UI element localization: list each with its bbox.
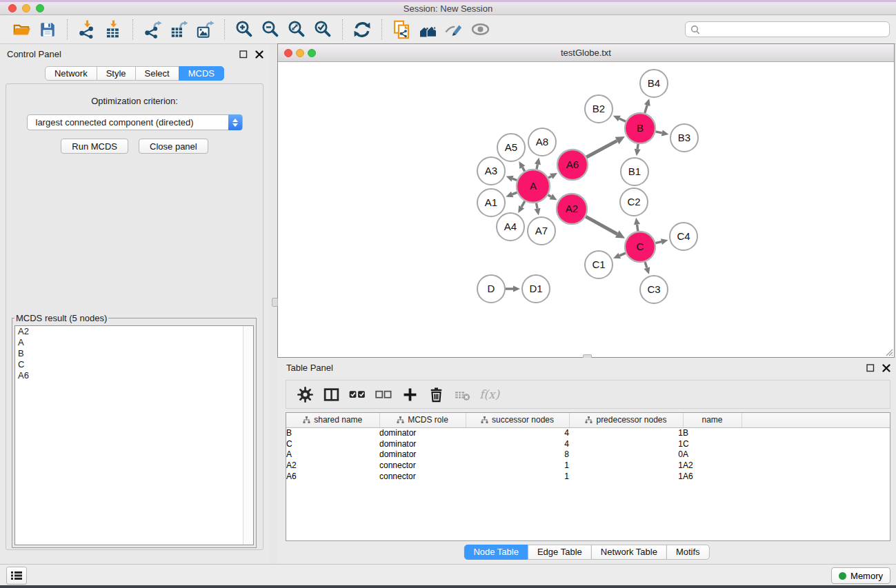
table-cell[interactable]: dominator bbox=[379, 438, 466, 449]
table-cell[interactable]: connector bbox=[379, 460, 466, 471]
tab-motifs[interactable]: Motifs bbox=[666, 545, 710, 560]
table-cell[interactable]: C bbox=[286, 438, 379, 449]
table-cell[interactable]: 1 bbox=[466, 471, 569, 482]
column-header-shared-name[interactable]: shared name bbox=[286, 413, 379, 427]
table-cell[interactable]: dominator bbox=[379, 449, 466, 460]
zoom-in-icon[interactable] bbox=[232, 17, 256, 42]
table-cell[interactable]: connector bbox=[379, 471, 466, 482]
graph-node-D[interactable]: D bbox=[477, 275, 505, 303]
select-all-checkboxes-icon[interactable] bbox=[345, 382, 370, 407]
network-window-titlebar[interactable]: testGlobe.txt bbox=[278, 44, 894, 62]
graph-node-B2[interactable]: B2 bbox=[585, 95, 613, 123]
table-row[interactable]: A6connector11A6 bbox=[286, 471, 890, 482]
close-panel-button[interactable]: Close panel bbox=[139, 139, 208, 154]
mcds-result-item[interactable]: B bbox=[15, 348, 253, 359]
resize-grip-icon[interactable] bbox=[884, 347, 893, 356]
mcds-result-item[interactable]: C bbox=[15, 359, 253, 370]
graph-node-A8[interactable]: A8 bbox=[528, 128, 556, 156]
graph-edge-A-A1[interactable] bbox=[512, 192, 517, 194]
network-canvas[interactable]: B4B2BB3B1A5A8A6A3AA1C2A2A4A7C4CC1C3DD1 bbox=[278, 62, 894, 357]
table-cell[interactable]: A2 bbox=[683, 460, 741, 471]
column-split-icon[interactable] bbox=[319, 382, 344, 407]
table-cell[interactable]: 4 bbox=[466, 438, 569, 449]
table-row[interactable]: A2connector11A2 bbox=[286, 460, 890, 471]
table-cell[interactable]: A2 bbox=[286, 460, 379, 471]
table-row[interactable]: Adominator80A bbox=[286, 449, 890, 460]
graph-node-A7[interactable]: A7 bbox=[528, 217, 555, 245]
graph-node-C[interactable]: C bbox=[625, 232, 655, 262]
run-mcds-button[interactable]: Run MCDS bbox=[61, 139, 128, 154]
open-session-icon[interactable] bbox=[10, 17, 33, 42]
tab-style[interactable]: Style bbox=[97, 66, 136, 81]
export-image-icon[interactable] bbox=[193, 17, 217, 42]
graph-edge-A-A3[interactable] bbox=[512, 179, 517, 180]
graphics-details-icon[interactable] bbox=[442, 17, 466, 42]
graph-node-C2[interactable]: C2 bbox=[620, 188, 648, 216]
clone-network-icon[interactable] bbox=[390, 17, 413, 42]
graph-edge-C-C3[interactable] bbox=[645, 262, 647, 268]
graph-node-C3[interactable]: C3 bbox=[640, 276, 668, 303]
hide-details-icon[interactable] bbox=[468, 17, 492, 42]
table-cell[interactable]: A6 bbox=[683, 471, 741, 482]
save-session-icon[interactable] bbox=[36, 17, 59, 42]
export-table-icon[interactable] bbox=[167, 17, 190, 42]
graph-node-A4[interactable]: A4 bbox=[497, 213, 524, 241]
graph-node-A5[interactable]: A5 bbox=[497, 134, 525, 161]
delete-columns-icon[interactable] bbox=[424, 382, 448, 407]
search-input[interactable] bbox=[704, 23, 883, 36]
mcds-result-item[interactable]: A bbox=[15, 337, 253, 348]
graph-edge-C-C1[interactable] bbox=[619, 253, 626, 256]
graph-edge-A-A2[interactable] bbox=[548, 195, 551, 197]
table-cell[interactable]: 4 bbox=[466, 427, 569, 438]
tab-edge-table[interactable]: Edge Table bbox=[528, 545, 592, 560]
tab-node-table[interactable]: Node Table bbox=[464, 545, 528, 560]
table-row[interactable]: Bdominator41B bbox=[286, 427, 890, 438]
tab-network-table[interactable]: Network Table bbox=[591, 545, 667, 560]
graph-edge-A-A6[interactable] bbox=[548, 176, 551, 178]
graph-node-A3[interactable]: A3 bbox=[477, 157, 505, 185]
column-header-name[interactable]: name bbox=[683, 413, 741, 427]
table-cell[interactable]: 1 bbox=[569, 438, 683, 449]
scrollbar-track[interactable] bbox=[243, 326, 253, 545]
graph-node-A1[interactable]: A1 bbox=[477, 189, 505, 216]
table-options-icon[interactable] bbox=[292, 382, 317, 407]
graph-edge-C-C4[interactable] bbox=[655, 242, 661, 243]
import-table-icon[interactable] bbox=[101, 17, 125, 42]
function-builder-icon[interactable]: f(x) bbox=[479, 387, 499, 401]
column-header-successor-nodes[interactable]: successor nodes bbox=[466, 413, 569, 427]
zoom-out-icon[interactable] bbox=[259, 17, 282, 42]
float-panel-icon[interactable] bbox=[866, 363, 875, 372]
graph-edge-A2-C[interactable] bbox=[586, 216, 617, 234]
tab-mcds[interactable]: MCDS bbox=[179, 66, 224, 81]
import-network-icon[interactable] bbox=[75, 17, 99, 42]
float-panel-icon[interactable] bbox=[239, 50, 248, 59]
column-header-MCDS-role[interactable]: MCDS role bbox=[379, 413, 466, 427]
graph-node-C1[interactable]: C1 bbox=[585, 251, 613, 278]
table-row[interactable]: Cdominator41C bbox=[286, 438, 890, 449]
graph-node-D1[interactable]: D1 bbox=[522, 275, 550, 303]
graph-edge-A-A8[interactable] bbox=[537, 164, 537, 169]
search-field[interactable] bbox=[685, 21, 890, 37]
delete-table-icon[interactable] bbox=[450, 382, 475, 407]
export-network-icon[interactable] bbox=[141, 17, 164, 42]
graph-node-B3[interactable]: B3 bbox=[670, 124, 698, 152]
table-cell[interactable]: A6 bbox=[286, 471, 379, 482]
table-cell[interactable]: C bbox=[683, 438, 741, 449]
graph-edge-B-B1[interactable] bbox=[637, 144, 638, 149]
graph-edge-A-A7[interactable] bbox=[537, 203, 537, 209]
tab-select[interactable]: Select bbox=[135, 66, 179, 81]
graph-edge-B-B2[interactable] bbox=[619, 119, 626, 121]
table-cell[interactable]: dominator bbox=[379, 427, 466, 438]
close-panel-icon[interactable] bbox=[882, 363, 890, 372]
graph-edge-A-A5[interactable] bbox=[522, 168, 524, 172]
graph-edge-A6-B[interactable] bbox=[586, 141, 617, 157]
graph-node-B[interactable]: B bbox=[625, 113, 655, 143]
show-home-networks-icon[interactable] bbox=[416, 17, 439, 42]
table-cell[interactable]: 1 bbox=[569, 460, 683, 471]
table-cell[interactable]: 0 bbox=[569, 449, 683, 460]
graph-node-A2[interactable]: A2 bbox=[557, 194, 587, 224]
graph-node-A6[interactable]: A6 bbox=[557, 150, 588, 180]
column-header-predecessor-nodes[interactable]: predecessor nodes bbox=[569, 413, 683, 427]
close-panel-icon[interactable] bbox=[255, 50, 263, 59]
task-history-icon[interactable] bbox=[6, 567, 27, 585]
